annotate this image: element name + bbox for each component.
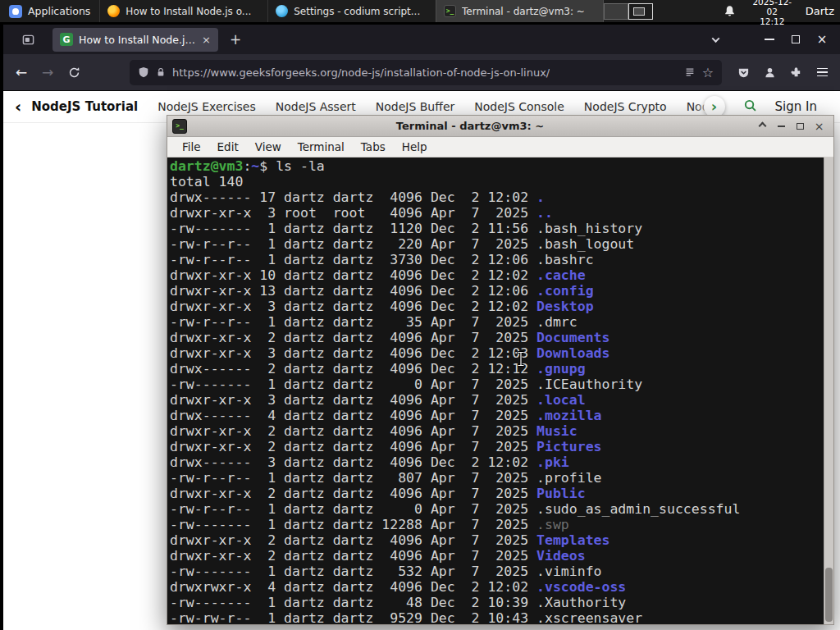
terminal-listing-row: drwxr-xr-x 2 dartz dartz 4096 Apr 7 2025… (170, 423, 833, 439)
terminal-icon: >_ (172, 119, 187, 134)
terminal-listing-row: drwxr-xr-x 2 dartz dartz 4096 Apr 7 2025… (170, 439, 833, 454)
terminal-listing-row: -rw------- 1 dartz dartz 532 Apr 7 2025 … (170, 564, 833, 579)
terminal-listing-row: -rw-r--r-- 1 dartz dartz 3730 Dec 2 12:0… (170, 252, 833, 267)
site-nav-link[interactable]: NodeJS Buffer (376, 100, 455, 113)
new-tab-button[interactable]: + (225, 29, 246, 50)
applications-icon (9, 5, 22, 18)
bookmark-star-icon[interactable]: ☆ (702, 65, 714, 80)
terminal-icon: >_ (444, 5, 456, 17)
terminal-listing-row: drwxr-xr-x 2 dartz dartz 4096 Apr 7 2025… (170, 548, 833, 564)
firefox-view-button[interactable] (16, 28, 39, 51)
extensions-icon[interactable] (783, 60, 809, 84)
clock-date: 2025-12-02 (747, 0, 797, 16)
back-button[interactable]: ← (8, 60, 34, 84)
minimize-icon (765, 39, 774, 40)
terminal-listing-row: -rw------- 1 dartz dartz 0 Apr 7 2025 .I… (170, 377, 833, 392)
menu-view[interactable]: View (247, 140, 290, 153)
lock-icon (156, 66, 166, 78)
terminal-listing-row: -rw-r--r-- 1 dartz dartz 807 Apr 7 2025 … (170, 470, 833, 486)
applications-menu-button[interactable]: Applications (0, 0, 99, 22)
reload-button[interactable] (61, 60, 87, 84)
terminal-listing-row: -rw-rw-r-- 1 dartz dartz 9529 Dec 2 10:4… (170, 610, 833, 624)
terminal-listing-row: drwxr-xr-x 2 dartz dartz 4096 Apr 7 2025… (170, 330, 833, 345)
hamburger-bar (817, 71, 828, 73)
sign-in-link[interactable]: Sign In (775, 99, 817, 114)
terminal-listing-row: -rw------- 1 dartz dartz 48 Dec 2 10:39 … (170, 595, 833, 610)
workspace-switcher[interactable] (604, 3, 653, 20)
list-tabs-chevron-icon[interactable] (702, 29, 728, 50)
terminal-scrollbar[interactable] (824, 158, 833, 624)
favicon-letter: G (62, 34, 70, 45)
taskbar-item-browser[interactable]: How to Install Node.js o... (99, 0, 267, 22)
terminal-title: Terminal - dartz@vm3: ~ (187, 120, 753, 132)
applications-label: Applications (28, 5, 90, 17)
workspace-2[interactable] (628, 3, 653, 20)
account-icon[interactable] (756, 60, 783, 84)
tracking-shield-icon[interactable] (138, 66, 149, 78)
nav-back-chevron-icon[interactable]: ‹ (15, 97, 21, 116)
site-nav-link[interactable]: NodeJS Crypto (584, 100, 667, 113)
hamburger-bar (817, 68, 828, 70)
menu-help[interactable]: Help (394, 140, 436, 153)
menu-terminal[interactable]: Terminal (290, 140, 353, 153)
firefox-icon (107, 5, 120, 17)
pager-window-icon (633, 7, 645, 16)
hamburger-bar (817, 75, 828, 77)
taskbar-item-codium[interactable]: Settings - codium script... (267, 0, 436, 22)
tab-close-icon[interactable]: × (202, 34, 211, 46)
terminal-minimize-button[interactable] (772, 118, 791, 135)
terminal-listing-row: drwx------ 3 dartz dartz 4096 Dec 2 12:0… (170, 454, 833, 470)
pocket-icon[interactable] (730, 60, 756, 84)
terminal-maximize-button[interactable] (791, 118, 810, 135)
search-icon[interactable] (743, 98, 757, 115)
clock-time: 12:12 (747, 16, 797, 26)
notification-bell-icon[interactable] (724, 5, 736, 17)
terminal-listing-row: drwxr-xr-x 3 dartz dartz 4096 Apr 7 2025… (170, 392, 833, 408)
browser-tab[interactable]: G How to Install Node.js on... × (52, 28, 218, 52)
terminal-total-line: total 140 (170, 174, 833, 189)
chevron-up-icon (759, 122, 767, 130)
terminal-listing-row: drwxr-xr-x 10 dartz dartz 4096 Dec 2 12:… (170, 267, 833, 283)
url-bar[interactable]: https://www.geeksforgeeks.org/node-js/in… (130, 60, 722, 85)
menu-hamburger-icon[interactable] (809, 60, 835, 84)
terminal-window-buttons: × (753, 118, 829, 135)
close-icon: × (817, 34, 828, 46)
site-nav-link[interactable]: NodeJS Console (474, 100, 564, 113)
menu-edit[interactable]: Edit (209, 140, 247, 153)
menu-file[interactable]: File (174, 140, 209, 153)
menu-tabs[interactable]: Tabs (353, 140, 394, 153)
terminal-shade-button[interactable] (753, 118, 772, 135)
terminal-menubar: File Edit View Terminal Tabs Help (167, 137, 833, 158)
forward-button[interactable]: → (34, 60, 61, 84)
taskbar-item-label: Settings - codium script... (294, 6, 420, 17)
tab-title: How to Install Node.js on... (79, 34, 196, 46)
site-nav-link[interactable]: NodeJS Exercises (158, 100, 256, 113)
terminal-close-button[interactable]: × (810, 118, 829, 135)
maximize-icon (792, 35, 800, 43)
chevron-right-icon: › (711, 98, 717, 115)
taskbar-item-terminal[interactable]: >_ Terminal - dartz@vm3: ~ (436, 0, 604, 22)
mouse-cursor (517, 351, 525, 370)
terminal-listing-row: drwxrwxr-x 4 dartz dartz 4096 Dec 2 12:0… (170, 579, 833, 595)
panel-username: Dartz (806, 5, 834, 17)
terminal-listing-row: drwx------ 4 dartz dartz 4096 Apr 7 2025… (170, 408, 833, 423)
site-nav-current[interactable]: NodeJS Tutorial (31, 99, 138, 114)
terminal-titlebar[interactable]: >_ Terminal - dartz@vm3: ~ × (167, 116, 833, 137)
terminal-prompt-line: dartz@vm3:~$ ls -la (170, 158, 833, 174)
window-close-button[interactable]: × (809, 29, 835, 50)
reader-mode-icon[interactable] (684, 66, 696, 78)
scrollbar-thumb[interactable] (825, 568, 833, 622)
terminal-listing-row: drwx------ 17 dartz dartz 4096 Dec 2 12:… (170, 189, 833, 205)
workspace-1[interactable] (604, 3, 628, 20)
taskbar-item-label: Terminal - dartz@vm3: ~ (462, 6, 585, 17)
chevron-down-icon (711, 34, 719, 43)
site-favicon: G (60, 33, 73, 46)
terminal-listing-row: -rw-r--r-- 1 dartz dartz 35 Apr 7 2025 .… (170, 314, 833, 330)
site-nav-link[interactable]: NodeJS Assert (276, 100, 356, 113)
terminal-content[interactable]: dartz@vm3:~$ ls -la total 140 drwx------… (167, 158, 833, 624)
url-text[interactable]: https://www.geeksforgeeks.org/node-js/in… (172, 66, 550, 79)
window-minimize-button[interactable] (756, 29, 783, 50)
panel-clock[interactable]: 2025-12-02 12:12 (747, 0, 797, 26)
terminal-listing-row: -rw------- 1 dartz dartz 12288 Apr 7 202… (170, 517, 833, 532)
window-maximize-button[interactable] (783, 29, 809, 50)
